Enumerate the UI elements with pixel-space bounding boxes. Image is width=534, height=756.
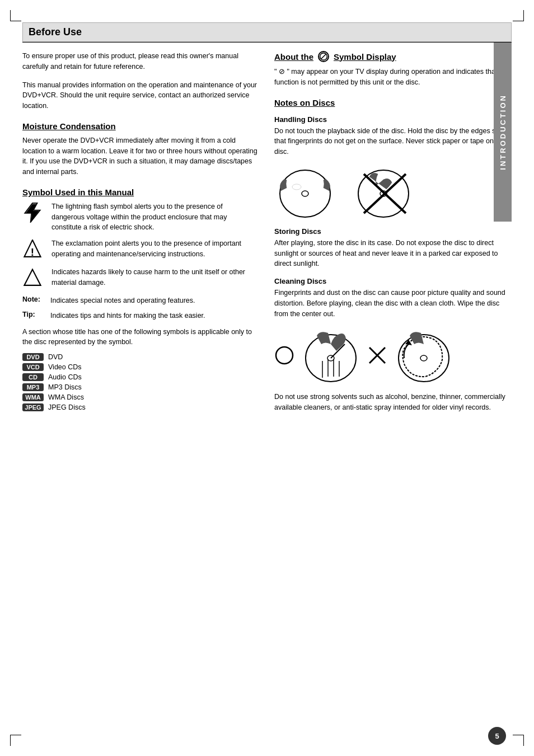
- moisture-section: Moisture Condensation Never operate the …: [22, 121, 257, 177]
- badge-row-vcd: VCD Video CDs: [22, 363, 257, 371]
- handling-section: Handling Discs Do not touch the playback…: [274, 115, 509, 157]
- svg-marker-4: [24, 270, 40, 285]
- page-number: 5: [488, 727, 506, 745]
- section-note: A section whose title has one of the fol…: [22, 327, 257, 348]
- moisture-heading: Moisture Condensation: [22, 121, 257, 131]
- about-symbol-heading: About the Symbol Display: [274, 51, 509, 62]
- intro-para2: This manual provides information on the …: [22, 80, 257, 111]
- badge-wma: WMA: [22, 393, 44, 401]
- symbol-row-triangle: Indicates hazards likely to cause harm t…: [22, 267, 257, 290]
- svg-text:!: !: [31, 246, 34, 258]
- badge-list: DVD DVD VCD Video CDs CD Audio CDs MP3 M…: [22, 353, 257, 411]
- cleaning-section: Cleaning Discs Fingerprints and dust on …: [274, 277, 509, 319]
- badge-row-dvd: DVD DVD: [22, 353, 257, 361]
- badge-label-dvd: DVD: [48, 353, 63, 361]
- badge-mp3: MP3: [22, 383, 44, 391]
- symbol-row-exclamation: ! The exclamation point alerts you to th…: [22, 238, 257, 261]
- notes-discs-section: Notes on Discs Handling Discs Do not tou…: [274, 98, 509, 413]
- cleaning-images: [274, 327, 509, 383]
- symbol-text-lightning: The lightning flash symbol alerts you to…: [51, 201, 257, 233]
- side-tab: INTRODUCTION: [494, 43, 512, 222]
- left-column: To ensure proper use of this product, pl…: [22, 43, 269, 419]
- clean-disc-good-icon: [300, 327, 362, 383]
- about-heading-pre: About the: [274, 52, 313, 62]
- badge-cd: CD: [22, 373, 44, 381]
- corner-mark-tr: [513, 10, 524, 21]
- storing-section: Storing Discs After playing, store the d…: [274, 227, 509, 269]
- badge-row-jpeg: JPEG JPEG Discs: [22, 403, 257, 411]
- page-container: Before Use To ensure proper use of this …: [0, 0, 534, 756]
- about-heading-post: Symbol Display: [334, 52, 396, 62]
- svg-point-14: [276, 347, 293, 364]
- clean-circle-icon: [274, 345, 294, 365]
- disc-handling-images: [274, 166, 509, 219]
- exclamation-icon: !: [22, 240, 46, 261]
- badge-label-jpeg: JPEG Discs: [48, 403, 86, 411]
- corner-mark-tl: [10, 10, 21, 21]
- clean-x-icon: [367, 345, 387, 365]
- right-column: About the Symbol Display " ⊘ " may appea…: [269, 43, 509, 419]
- symbol-manual-heading: Symbol Used in this Manual: [22, 187, 257, 197]
- badge-row-wma: WMA WMA Discs: [22, 393, 257, 401]
- cleaning-subheading: Cleaning Discs: [274, 277, 509, 285]
- main-content: To ensure proper use of this product, pl…: [22, 43, 512, 419]
- triangle-icon: [22, 268, 46, 290]
- handling-subheading: Handling Discs: [274, 115, 509, 124]
- page-title: Before Use: [29, 26, 82, 37]
- disc-bad-icon: [353, 166, 414, 219]
- intro-para1: To ensure proper use of this product, pl…: [22, 51, 257, 72]
- svg-line-6: [321, 54, 326, 59]
- tip-text: Indicates tips and hints for making the …: [50, 311, 205, 321]
- badge-label-mp3: MP3 Discs: [48, 383, 82, 391]
- solvents-text: Do not use strong solvents such as alcoh…: [274, 392, 509, 413]
- svg-point-7: [280, 170, 330, 217]
- badge-label-cd: Audio CDs: [48, 373, 82, 381]
- no-symbol-icon: [318, 51, 329, 62]
- cleaning-text: Fingerprints and dust on the disc can ca…: [274, 288, 509, 319]
- handling-text: Do not touch the playback side of the di…: [274, 126, 509, 157]
- symbol-manual-section: Symbol Used in this Manual The lightning…: [22, 187, 257, 411]
- badge-label-vcd: Video CDs: [48, 363, 82, 371]
- svg-point-9: [292, 184, 301, 190]
- corner-mark-br: [513, 735, 524, 746]
- symbol-text-exclamation: The exclamation point alerts you to the …: [51, 238, 257, 260]
- side-tab-label: INTRODUCTION: [499, 94, 507, 170]
- badge-vcd: VCD: [22, 363, 44, 371]
- lightning-icon: [22, 203, 46, 224]
- badge-dvd: DVD: [22, 353, 44, 361]
- note-text: Indicates special notes and operating fe…: [50, 295, 195, 306]
- header-bar: Before Use: [22, 22, 512, 42]
- badge-label-wma: WMA Discs: [48, 393, 84, 401]
- clean-disc-bad-icon: [393, 327, 455, 383]
- storing-text: After playing, store the disc in its cas…: [274, 238, 509, 269]
- svg-marker-1: [26, 204, 39, 221]
- note-row: Note: Indicates special notes and operat…: [22, 295, 257, 306]
- badge-row-mp3: MP3 MP3 Discs: [22, 383, 257, 391]
- svg-point-8: [302, 191, 308, 196]
- moisture-text: Never operate the DVD+VCR immediately af…: [22, 135, 257, 177]
- about-symbol-text: " ⊘ " may appear on your TV display duri…: [274, 67, 509, 88]
- disc-good-icon: [274, 166, 336, 219]
- tip-label: Tip:: [22, 311, 50, 321]
- symbol-text-triangle: Indicates hazards likely to cause harm t…: [51, 267, 257, 288]
- svg-point-24: [420, 355, 427, 361]
- about-symbol-section: About the Symbol Display " ⊘ " may appea…: [274, 51, 509, 88]
- badge-row-cd: CD Audio CDs: [22, 373, 257, 381]
- notes-discs-heading: Notes on Discs: [274, 98, 509, 107]
- svg-point-23: [399, 335, 449, 382]
- note-label: Note:: [22, 295, 50, 306]
- badge-jpeg: JPEG: [22, 403, 44, 411]
- storing-subheading: Storing Discs: [274, 227, 509, 236]
- tip-row: Tip: Indicates tips and hints for making…: [22, 311, 257, 321]
- corner-mark-bl: [10, 735, 21, 746]
- symbol-row-lightning: The lightning flash symbol alerts you to…: [22, 201, 257, 233]
